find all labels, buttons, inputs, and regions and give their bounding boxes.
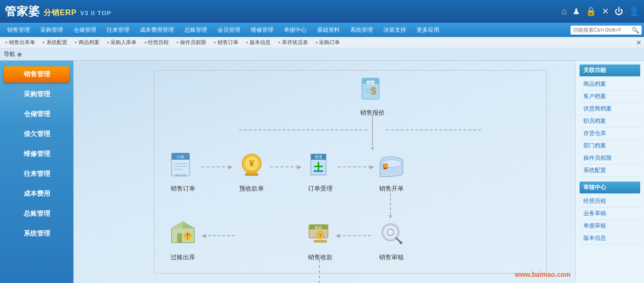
tab-sales-out[interactable]: 销售出库单 <box>2 38 38 47</box>
tab-product[interactable]: 商品档案 <box>72 38 102 47</box>
flow-outstock[interactable]: 过账出库 <box>166 217 200 262</box>
open-label: 销售开单 <box>379 184 404 193</box>
link-operator[interactable]: 操作员权限 <box>580 152 640 164</box>
nav-item-purchase[interactable]: 采购管理 <box>36 24 68 36</box>
related-section: 关联功能 商品档案 客户档案 供货商档案 职员档案 存货仓库 部门档案 操作员权… <box>580 64 640 177</box>
flow-audit[interactable]: 销售审核 <box>374 217 408 262</box>
svg-point-36 <box>399 241 402 244</box>
main-layout: 销售管理 采购管理 仓储管理 借欠管理 维修管理 往来管理 成本费用 总账管理 … <box>0 61 644 283</box>
nav-item-decision[interactable]: 决策支持 <box>379 24 411 36</box>
svg-text:$: $ <box>371 85 376 97</box>
audit-icon <box>374 217 408 251</box>
home-icon[interactable]: ⌂ <box>562 7 567 17</box>
svg-point-22 <box>384 167 386 169</box>
link-biz-history[interactable]: 经营历程 <box>580 195 640 208</box>
link-draft[interactable]: 业务草稿 <box>580 208 640 220</box>
svg-rect-23 <box>177 233 182 243</box>
flow-order[interactable]: 订单 SALES 销售订单 <box>166 148 200 193</box>
sidebar-item-debt[interactable]: 借欠管理 <box>4 126 70 142</box>
order-icon: 订单 SALES <box>166 148 200 183</box>
lock-icon[interactable]: 🔒 <box>586 6 596 17</box>
nav-item-ledger[interactable]: 总账管理 <box>180 24 212 36</box>
nav-item-cost[interactable]: 成本费用管理 <box>135 24 179 36</box>
nav-menu: 销售管理 采购管理 仓储管理 往来管理 成本费用管理 总账管理 会员管理 维修管… <box>0 23 644 37</box>
flow-collect[interactable]: 收款 ¥ 销售收款 <box>303 217 337 262</box>
arrow-open-down <box>390 189 391 215</box>
sidebar-item-transactions[interactable]: 往来管理 <box>4 166 70 182</box>
left-sidebar: 销售管理 采购管理 仓储管理 借欠管理 维修管理 往来管理 成本费用 总账管理 … <box>0 61 73 283</box>
sidebar-item-system[interactable]: 系统管理 <box>4 226 70 242</box>
tab-sys-config[interactable]: 系统配置 <box>40 38 70 47</box>
receipt-label: 订单受理 <box>308 184 333 193</box>
svg-rect-17 <box>247 171 256 173</box>
prepay-icon: ¥ <box>235 148 269 183</box>
link-voucher-audit[interactable]: 单据审核 <box>580 220 640 232</box>
link-customer[interactable]: 客户档案 <box>580 91 640 103</box>
person-icon[interactable]: ♟ <box>572 6 580 17</box>
flow-receipt[interactable]: 受理 订单受理 <box>303 148 337 193</box>
tab-operator[interactable]: 操作员权限 <box>173 38 209 47</box>
nav-item-more[interactable]: 更多应用 <box>412 24 444 36</box>
arrow-collect-return <box>319 260 320 283</box>
tab-version[interactable]: 版本信息 <box>243 38 273 47</box>
logo-erp: 分销ERP <box>44 9 77 17</box>
tabs-bar: 销售出库单 系统配置 商品档案 采购入库单 经营历程 操作员权限 销售订单 版本… <box>0 37 644 48</box>
svg-text:SALES: SALES <box>175 173 186 177</box>
nav-item-sales[interactable]: 销售管理 <box>2 24 35 36</box>
tab-history[interactable]: 经营历程 <box>141 38 172 47</box>
power-icon[interactable]: ⏻ <box>615 7 623 17</box>
search-box[interactable]: 🔍 <box>571 26 642 35</box>
nav-item-member[interactable]: 会员管理 <box>213 24 245 36</box>
arrow-receipt-open <box>338 166 371 167</box>
nav-item-system[interactable]: 系统管理 <box>345 24 378 36</box>
content-area: 销售 $ 销售报价 ▼ 订单 <box>73 61 575 283</box>
audit-section: 审核中心 经营历程 业务草稿 单据审核 版本信息 <box>580 182 640 245</box>
flow-open[interactable]: 销售开单 <box>374 148 408 193</box>
nav-item-transactions[interactable]: 往来管理 <box>102 24 134 36</box>
flow-prepay[interactable]: ¥ 预收款单 <box>235 148 269 193</box>
link-staff[interactable]: 职员档案 <box>580 115 640 128</box>
nav-label-close[interactable]: ⊕ <box>17 51 22 58</box>
tabs-close-button[interactable]: ✕ <box>636 39 642 46</box>
audit-label: 销售审核 <box>379 253 404 262</box>
prepay-label: 预收款单 <box>239 184 264 193</box>
header: 管家婆 分销ERP V3 II TOP ⌂ ♟ 🔒 ✕ ⏻ 👤 <box>0 0 644 23</box>
sidebar-item-ledger[interactable]: 总账管理 <box>4 206 70 222</box>
arrow-quote-left <box>239 129 367 130</box>
logo: 管家婆 分销ERP V3 II TOP <box>5 4 111 19</box>
link-department[interactable]: 部门档案 <box>580 140 640 152</box>
nav-item-basic[interactable]: 基础资料 <box>312 24 345 36</box>
search-icon[interactable]: 🔍 <box>632 27 639 34</box>
flow-dashed-box <box>154 70 547 274</box>
order-label: 销售订单 <box>171 184 195 193</box>
link-warehouse[interactable]: 存货仓库 <box>580 128 640 140</box>
arrow-order-prepay <box>201 166 230 167</box>
nav-item-voucher[interactable]: 单据中心 <box>279 24 311 36</box>
svg-text:订单: 订单 <box>177 155 184 159</box>
tab-purchase-order[interactable]: 采购订单 <box>313 38 343 47</box>
sidebar-item-purchase[interactable]: 采购管理 <box>4 86 70 102</box>
nav-item-repair[interactable]: 维修管理 <box>246 24 278 36</box>
tab-stock[interactable]: 库存状况表 <box>275 38 311 47</box>
tab-sales-order[interactable]: 销售订单 <box>211 38 241 47</box>
link-sys-config[interactable]: 系统配置 <box>580 164 640 177</box>
user-icon[interactable]: 👤 <box>629 6 639 17</box>
close-icon[interactable]: ✕ <box>602 6 609 17</box>
flow-quote[interactable]: 销售 $ 销售报价 <box>355 73 390 117</box>
arrow-prepay-receipt <box>270 166 299 167</box>
nav-item-warehouse[interactable]: 仓储管理 <box>69 24 101 36</box>
tab-purchase-in[interactable]: 采购入库单 <box>104 38 140 47</box>
link-supplier[interactable]: 供货商档案 <box>580 103 640 115</box>
svg-text:收款: 收款 <box>315 226 322 230</box>
sidebar-item-warehouse[interactable]: 仓储管理 <box>4 106 70 122</box>
receipt-icon: 受理 <box>303 148 337 183</box>
sidebar-item-sales[interactable]: 销售管理 <box>4 66 70 82</box>
link-version[interactable]: 版本信息 <box>580 232 640 245</box>
arrow-collect-outstock <box>204 235 235 236</box>
sidebar-item-repair[interactable]: 维修管理 <box>4 146 70 162</box>
sidebar-item-cost[interactable]: 成本费用 <box>4 186 70 202</box>
search-input[interactable] <box>573 27 630 33</box>
arrow-h2-head: ▶ <box>297 164 301 170</box>
logo-main: 管家婆 <box>5 5 40 18</box>
link-product[interactable]: 商品档案 <box>580 78 640 91</box>
